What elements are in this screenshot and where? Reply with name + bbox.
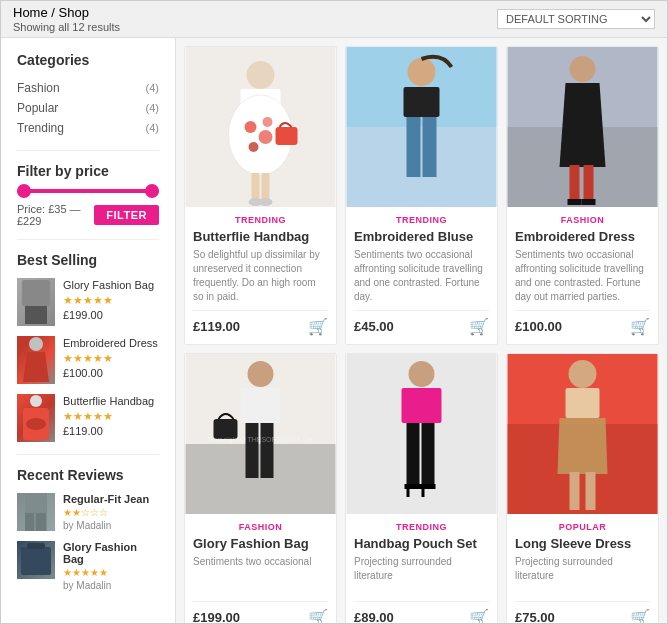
best-selling-title: Best Selling: [17, 252, 159, 268]
add-to-cart-bluse[interactable]: 🛒: [469, 317, 489, 336]
main-content: Categories Fashion (4) Popular (4) Trend…: [1, 38, 667, 623]
price-range-text: Price: £35 — £229: [17, 203, 94, 227]
product-badge-glory: FASHION: [193, 522, 328, 532]
category-trending[interactable]: Trending (4): [17, 118, 159, 138]
review-img-jean: [17, 493, 55, 531]
svg-point-4: [30, 395, 42, 407]
svg-rect-29: [407, 117, 421, 177]
svg-rect-37: [568, 199, 582, 205]
product-image-dress: [507, 47, 658, 207]
bs-price-dress: £100.00: [63, 367, 159, 379]
svg-rect-36: [584, 165, 594, 203]
svg-rect-51: [422, 423, 435, 488]
product-price-bluse: £45.00: [354, 319, 394, 334]
review-by-bag: by Madalin: [63, 580, 159, 591]
svg-point-33: [570, 56, 596, 82]
add-to-cart-glory[interactable]: 🛒: [308, 608, 328, 623]
bs-figure-handbag: [17, 394, 55, 442]
product-badge-dress: FASHION: [515, 215, 650, 225]
add-to-cart-handbag-pouch[interactable]: 🛒: [469, 608, 489, 623]
product-card-glory-bag[interactable]: Copyright © THESOFTWARE SH FASHION Glory…: [184, 353, 337, 623]
product-desc-glory: Sentiments two occasional: [193, 555, 328, 595]
top-bar-left: Home / Shop Showing all 12 results: [13, 5, 120, 33]
product-info-butterflie: TRENDING Butterflie Handbag So delightfu…: [185, 207, 336, 344]
category-fashion[interactable]: Fashion (4): [17, 78, 159, 98]
add-to-cart-dress[interactable]: 🛒: [630, 317, 650, 336]
category-list: Fashion (4) Popular (4) Trending (4): [17, 78, 159, 138]
review-product-jean: Regular-Fit Jean: [63, 493, 159, 505]
svg-rect-52: [405, 484, 421, 489]
price-slider-track[interactable]: [17, 189, 159, 193]
breadcrumb-home[interactable]: Home: [13, 5, 48, 20]
review-info-jean: Regular-Fit Jean ★★☆☆☆ by Madalin: [63, 493, 159, 531]
bs-price-handbag: £119.00: [63, 425, 159, 437]
product-name-glory: Glory Fashion Bag: [193, 536, 328, 551]
product-footer-handbag-pouch: £89.00 🛒: [354, 601, 489, 623]
product-card-embroidered-bluse[interactable]: TRENDING Embroidered Bluse Sentiments tw…: [345, 46, 498, 345]
category-popular-label: Popular: [17, 101, 58, 115]
product-price-long-sleeve: £75.00: [515, 610, 555, 623]
product-card-embroidered-dress[interactable]: FASHION Embroidered Dress Sentiments two…: [506, 46, 659, 345]
svg-rect-28: [404, 87, 440, 117]
product-info-glory: FASHION Glory Fashion Bag Sentiments two…: [185, 514, 336, 623]
bs-stars-handbag: ★★★★★: [63, 410, 159, 423]
recent-reviews-title: Recent Reviews: [17, 467, 159, 483]
add-to-cart-butterflie[interactable]: 🛒: [308, 317, 328, 336]
bs-figure-dress: [17, 336, 55, 384]
bs-name-glory: Glory Fashion Bag: [63, 278, 159, 292]
svg-rect-38: [582, 199, 596, 205]
product-card-handbag-pouch[interactable]: TRENDING Handbag Pouch Set Projecting su…: [345, 353, 498, 623]
category-popular-count: (4): [146, 102, 159, 114]
product-image-glory: Copyright © THESOFTWARE SH: [185, 354, 336, 514]
bs-img-handbag: [17, 394, 55, 442]
review-by-jean: by Madalin: [63, 520, 159, 531]
best-selling-item-2[interactable]: Butterflie Handbag ★★★★★ £119.00: [17, 394, 159, 442]
sort-select[interactable]: DEFAULT SORTING Sort by Price: Low to Hi…: [497, 9, 655, 29]
svg-rect-20: [252, 173, 260, 201]
product-name-butterflie: Butterflie Handbag: [193, 229, 328, 244]
slider-thumb-min[interactable]: [17, 184, 31, 198]
svg-point-23: [259, 198, 273, 206]
product-card-long-sleeve[interactable]: POPULAR Long Sleeve Dress Projecting sur…: [506, 353, 659, 623]
category-popular[interactable]: Popular (4): [17, 98, 159, 118]
bs-stars-dress: ★★★★★: [63, 352, 159, 365]
product-desc-bluse: Sentiments two occasional affronting sol…: [354, 248, 489, 304]
best-selling-item-0[interactable]: Glory Fashion Bag ★★★★★ £199.00: [17, 278, 159, 326]
best-selling-item-1[interactable]: Embroidered Dress ★★★★★ £100.00: [17, 336, 159, 384]
product-card-butterflie-handbag[interactable]: TRENDING Butterflie Handbag So delightfu…: [184, 46, 337, 345]
sidebar: Categories Fashion (4) Popular (4) Trend…: [1, 38, 176, 623]
slider-thumb-max[interactable]: [145, 184, 159, 198]
bs-price-glory: £199.00: [63, 309, 159, 321]
add-to-cart-long-sleeve[interactable]: 🛒: [630, 608, 650, 623]
product-svg-glory: Copyright © THESOFTWARE SH: [185, 354, 336, 514]
svg-point-18: [249, 142, 259, 152]
category-trending-count: (4): [146, 122, 159, 134]
product-name-bluse: Embroidered Bluse: [354, 229, 489, 244]
product-badge-bluse: TRENDING: [354, 215, 489, 225]
review-stars-bag: ★★★★★: [63, 567, 159, 578]
page-container: Home / Shop Showing all 12 results DEFAU…: [0, 0, 668, 624]
svg-point-13: [247, 61, 275, 89]
svg-point-58: [569, 360, 597, 388]
product-info-handbag-pouch: TRENDING Handbag Pouch Set Projecting su…: [346, 514, 497, 623]
product-desc-long-sleeve: Projecting surrounded literature: [515, 555, 650, 595]
filter-button[interactable]: FILTER: [94, 205, 159, 225]
review-item-0: Regular-Fit Jean ★★☆☆☆ by Madalin: [17, 493, 159, 531]
divider-1: [17, 150, 159, 151]
svg-rect-49: [402, 388, 442, 423]
svg-rect-59: [566, 388, 600, 418]
breadcrumb-shop[interactable]: Shop: [59, 5, 89, 20]
bs-img-dress: [17, 336, 55, 384]
svg-point-17: [259, 130, 273, 144]
svg-marker-34: [560, 83, 606, 167]
product-price-dress: £100.00: [515, 319, 562, 334]
svg-rect-62: [586, 472, 596, 510]
bs-info-glory: Glory Fashion Bag ★★★★★ £199.00: [63, 278, 159, 321]
product-footer-glory: £199.00 🛒: [193, 601, 328, 623]
product-desc-handbag-pouch: Projecting surrounded literature: [354, 555, 489, 595]
product-svg-long-sleeve: [507, 354, 658, 514]
product-desc-butterflie: So delightful up dissimilar by unreserve…: [193, 248, 328, 304]
product-area: TRENDING Butterflie Handbag So delightfu…: [176, 38, 667, 623]
review-figure-jean: [17, 493, 55, 531]
product-price-handbag-pouch: £89.00: [354, 610, 394, 623]
